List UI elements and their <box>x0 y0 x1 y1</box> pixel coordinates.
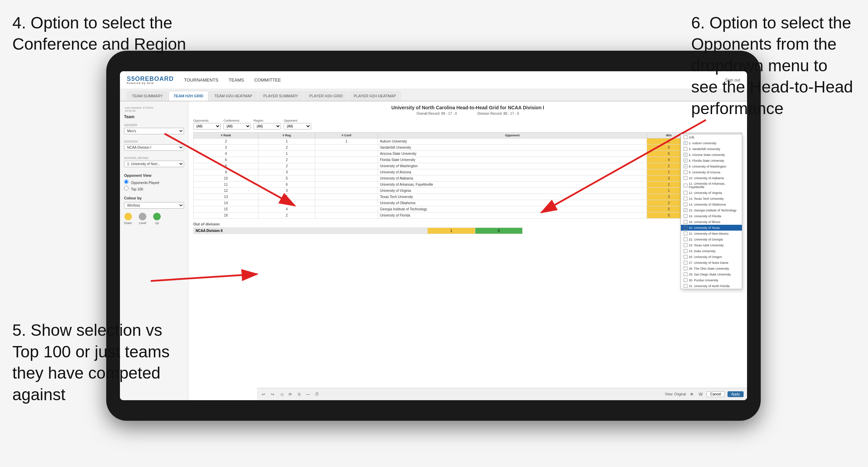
dropdown-item[interactable]: 9. University of Arizona <box>681 169 742 175</box>
dropdown-item[interactable]: 14. University of Oklahoma <box>681 201 742 207</box>
dropdown-item[interactable]: 31. University of North Florida <box>681 283 742 289</box>
sidebar-opponent-view-label: Opponent View <box>124 173 184 177</box>
cell-rank: 14 <box>194 200 258 206</box>
nav-committee[interactable]: COMMITTEE <box>254 77 281 83</box>
table-row: 14 2 University of Oklahoma 2 2 <box>194 200 742 206</box>
sidebar-colour-select[interactable]: Win/loss <box>124 202 184 209</box>
filter-row: Opponents: (All) Conference (All) Region <box>193 119 742 130</box>
cell-conf <box>315 145 378 151</box>
cell-reg: 6 <box>258 182 315 188</box>
dropdown-item[interactable]: 18. University of Illinois <box>681 219 742 225</box>
nav-teams[interactable]: TEAMS <box>229 77 244 83</box>
dropdown-item[interactable]: 25. University of Oregon <box>681 254 742 260</box>
col-conf: # Conf <box>315 133 378 138</box>
dropdown-item[interactable]: 13. Texas Tech University <box>681 196 742 201</box>
table-row: 12 3 University of Virginia 1 0 <box>194 188 742 194</box>
dropdown-item[interactable]: 2. Auburn University <box>681 140 742 146</box>
cell-rank: 3 <box>194 145 258 151</box>
cell-rank: 10 <box>194 175 258 182</box>
sidebar-gender-select[interactable]: Men's <box>124 128 184 134</box>
conference-select[interactable]: (All) <box>223 123 251 130</box>
cell-conf: 1 <box>315 138 378 145</box>
dot-grey <box>139 213 146 220</box>
apply-button[interactable]: Apply <box>728 391 744 397</box>
clock-icon[interactable]: ⏱ <box>314 391 320 397</box>
dropdown-item[interactable]: 4. Arizona State University <box>681 152 742 158</box>
dropdown-item[interactable]: (All) <box>681 134 742 140</box>
redo-icon[interactable]: ↪ <box>269 391 276 397</box>
dash-icon[interactable]: — <box>305 391 311 397</box>
cell-rank: 15 <box>194 206 258 212</box>
nav-tournaments[interactable]: TOURNAMENTS <box>184 77 218 83</box>
eye-icon[interactable]: 👁 <box>689 391 695 397</box>
tab-team-h2h-heatmap[interactable]: TEAM H2H HEATMAP <box>209 91 257 101</box>
undo-icon[interactable]: ↩ <box>260 391 267 397</box>
dropdown-item[interactable]: 21. University of New Mexico <box>681 231 742 236</box>
region-select[interactable]: (All) <box>254 123 281 130</box>
table-row: 4 1 Arizona State University 5 1 <box>194 151 742 157</box>
cancel-button[interactable]: Cancel <box>707 391 725 397</box>
dropdown-item[interactable]: 3. Vanderbilt University <box>681 146 742 152</box>
dot-up: Up <box>153 213 161 225</box>
cell-opponent: Florida State University <box>378 157 647 163</box>
main-content: Last Updated: 4/7/2024 16:55:38 Team Gen… <box>120 101 747 400</box>
toolbar-bottom: ↩ ↪ ◁ ⟳ ⎘ — ⏱ View: Original 👁 W Cancel … <box>257 388 747 400</box>
tab-player-h2h-grid[interactable]: PLAYER H2H GRID <box>304 91 348 101</box>
cell-conf <box>315 163 378 169</box>
dropdown-item[interactable]: 10. University of Alabama <box>681 175 742 181</box>
dropdown-item[interactable]: 20. University of Texas <box>681 225 742 231</box>
opponents-filter: Opponents: (All) <box>193 119 221 130</box>
dropdown-item[interactable]: 15. Georgia Institute of Technology <box>681 207 742 213</box>
col-opponent: Opponent <box>378 133 647 138</box>
cell-conf <box>315 206 378 212</box>
tablet-frame: S5OREBOARD Powered by Grid TOURNAMENTS T… <box>106 51 761 421</box>
out-div-win: 1 <box>428 228 475 234</box>
dropdown-item[interactable]: 16. University of Florida <box>681 213 742 219</box>
cell-reg: 5 <box>258 175 315 182</box>
tab-player-summary[interactable]: PLAYER SUMMARY <box>258 91 303 101</box>
colour-dots: Down Level Up <box>124 213 184 225</box>
cell-reg: 2 <box>258 200 315 206</box>
opponent-dropdown[interactable]: (All)2. Auburn University3. Vanderbilt U… <box>681 134 742 289</box>
cell-opponent: University of Washington <box>378 163 647 169</box>
dropdown-item[interactable]: 11. University of Arkansas, Fayetteville <box>681 181 742 190</box>
cell-conf <box>315 182 378 188</box>
cell-conf <box>315 169 378 175</box>
dropdown-item[interactable]: 28. The Ohio State University <box>681 266 742 271</box>
cell-opponent: University of Arizona <box>378 169 647 175</box>
dropdown-item[interactable]: 23. Texas A&M University <box>681 242 742 248</box>
tab-team-summary[interactable]: TEAM SUMMARY <box>127 91 168 101</box>
dropdown-item[interactable]: 24. Duke University <box>681 248 742 254</box>
opponent-select[interactable]: (All) <box>284 123 311 130</box>
w-icon[interactable]: W <box>698 391 704 397</box>
copy-icon[interactable]: ⎘ <box>296 391 302 397</box>
sidebar-school-select[interactable]: 1. University of Nort... <box>124 161 184 167</box>
sidebar-division-select[interactable]: NCAA Division I <box>124 144 184 151</box>
dot-level: Level <box>139 213 146 225</box>
dot-yellow <box>124 213 132 220</box>
radio-top100[interactable]: Top 100 <box>124 186 184 191</box>
refresh-icon[interactable]: ⟳ <box>287 391 293 397</box>
radio-opponents-played[interactable]: Opponents Played <box>124 180 184 185</box>
tab-player-h2h-heatmap[interactable]: PLAYER H2H HEATMAP <box>349 91 401 101</box>
dropdown-item[interactable]: 22. University of Georgia <box>681 236 742 242</box>
h2h-table: # Rank # Reg # Conf Opponent Win Loss 2 … <box>193 132 742 219</box>
cell-conf <box>315 212 378 219</box>
tab-team-h2h-grid[interactable]: TEAM H2H GRID <box>169 91 209 101</box>
navbar: S5OREBOARD Powered by Grid TOURNAMENTS T… <box>120 71 747 89</box>
dropdown-item[interactable]: 12. University of Virginia <box>681 190 742 196</box>
col-reg: # Reg <box>258 133 315 138</box>
table-row: 11 6 University of Arkansas, Fayettevill… <box>194 182 742 188</box>
cell-reg: 3 <box>258 169 315 175</box>
dot-green <box>153 213 161 220</box>
cell-conf <box>315 151 378 157</box>
table-row: 6 2 Florida State University 4 2 <box>194 157 742 163</box>
cell-opponent: Vanderbilt University <box>378 145 647 151</box>
dropdown-item[interactable]: 8. University of Washington <box>681 163 742 169</box>
dropdown-item[interactable]: 29. San Diego State University <box>681 271 742 277</box>
dropdown-item[interactable]: 30. Purdue University <box>681 277 742 283</box>
back-icon[interactable]: ◁ <box>278 391 284 397</box>
dropdown-item[interactable]: 6. Florida State University <box>681 158 742 163</box>
opponents-select[interactable]: (All) <box>193 123 221 130</box>
dropdown-item[interactable]: 27. University of Notre Dame <box>681 260 742 266</box>
